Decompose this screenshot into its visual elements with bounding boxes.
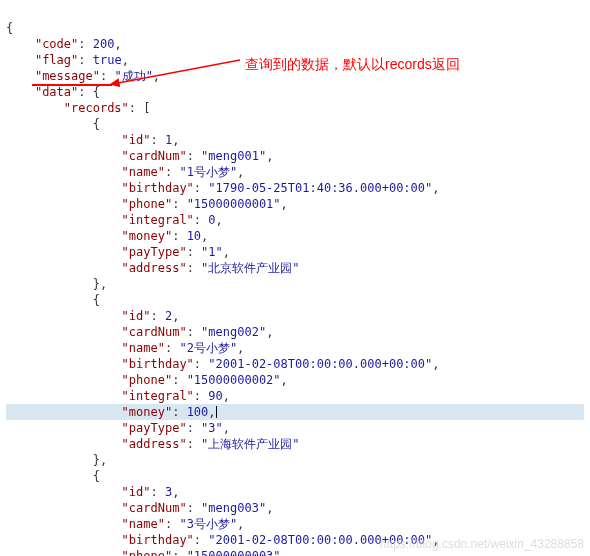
field-flag-value: true xyxy=(93,53,122,67)
annotation-text: 查询到的数据，默认以records返回 xyxy=(245,56,460,72)
text-cursor xyxy=(216,406,217,418)
field-code-value: 200 xyxy=(93,37,115,51)
records-key: "records" xyxy=(64,101,129,115)
records-underline-highlight xyxy=(32,84,112,86)
field-message-value: 成功 xyxy=(122,69,146,83)
watermark-text: https://blog.csdn.net/weixin_43288858 xyxy=(380,536,584,552)
